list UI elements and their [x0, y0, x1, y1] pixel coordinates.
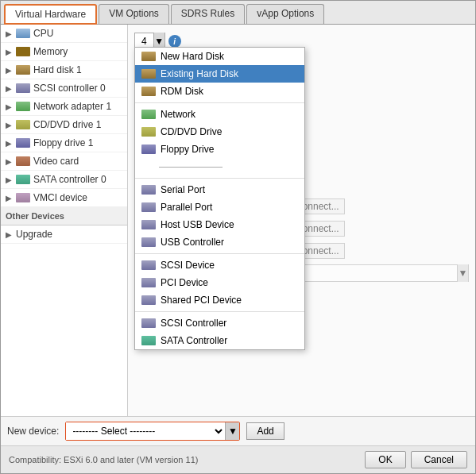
shared-pci-label: Shared PCI Device — [161, 295, 242, 306]
vmci-icon — [16, 193, 30, 202]
rdm-disk-label: RDM Disk — [161, 86, 203, 97]
scsi-controller-label: SCSI Controller — [161, 318, 226, 329]
scsi-ctrl-option[interactable]: SCSI Controller — [135, 314, 304, 332]
sata-controller-label: SATA Controller — [161, 335, 227, 346]
rdm-disk-option[interactable]: RDM Disk — [135, 83, 304, 100]
sata-ctrl-icon — [141, 336, 156, 345]
expand-arrow: ▶ — [6, 139, 14, 147]
sidebar-item-upgrade[interactable]: ▶ Upgrade — [1, 225, 127, 244]
hdd-icon — [16, 65, 30, 75]
expand-arrow: ▶ — [6, 66, 14, 74]
shared-pci-option[interactable]: Shared PCI Device — [135, 291, 304, 309]
new-device-select[interactable]: -------- Select -------- — [66, 422, 225, 440]
divider4 — [135, 311, 304, 312]
sidebar-label-floppy: Floppy drive 1 — [33, 137, 93, 148]
existing-hard-disk-option[interactable]: Existing Hard Disk — [135, 65, 304, 83]
sata-icon — [16, 175, 30, 184]
parallel-port-option[interactable]: Parallel Port — [135, 198, 304, 216]
expand-arrow: ▶ — [6, 29, 14, 37]
usb-controller-option[interactable]: USB Controller — [135, 233, 304, 251]
host-usb-option[interactable]: Host USB Device — [135, 216, 304, 233]
cpu-value: 4 — [135, 36, 153, 47]
ok-button[interactable]: OK — [365, 451, 405, 468]
sidebar-label-video: Video card — [33, 156, 79, 167]
sidebar-item-vmci[interactable]: ▶ VMCI device — [1, 189, 127, 207]
parallel-port-label: Parallel Port — [161, 202, 212, 213]
other-devices-section: Other Devices — [1, 207, 127, 225]
cpu-row: 4 ▼ i New Hard Disk Existing Hard D — [134, 31, 469, 52]
sidebar-label-harddisk: Hard disk 1 — [33, 64, 82, 75]
expand-arrow: ▶ — [6, 102, 14, 110]
sidebar-label-cpu: CPU — [33, 28, 53, 39]
sidebar-item-sata[interactable]: ▶ SATA controller 0 — [1, 171, 127, 189]
floppy-option-label: Floppy Drive — [161, 144, 214, 155]
cancel-button[interactable]: Cancel — [411, 451, 467, 468]
sidebar-label-cddvd: CD/DVD drive 1 — [33, 119, 101, 130]
new-hard-disk-option[interactable]: New Hard Disk — [135, 48, 304, 65]
divider1 — [135, 102, 304, 103]
tab-vm-options[interactable]: VM Options — [99, 4, 169, 24]
sidebar-label-memory: Memory — [33, 46, 68, 57]
new-device-label: New device: — [7, 426, 59, 437]
floppy-icon — [16, 138, 30, 148]
usb-ctrl-icon — [141, 237, 156, 247]
tab-vapp-options[interactable]: vApp Options — [246, 4, 324, 24]
expand-arrow: ▶ — [6, 48, 14, 56]
scsi-dev-icon — [141, 260, 156, 270]
add-device-dropdown[interactable]: New Hard Disk Existing Hard Disk RDM Dis… — [134, 47, 305, 350]
parallel-icon — [141, 202, 156, 212]
scsi-icon — [16, 83, 30, 93]
sidebar-item-cpu[interactable]: ▶ CPU — [1, 25, 127, 43]
cddvd-option[interactable]: CD/DVD Drive — [135, 123, 304, 141]
scsi-device-option[interactable]: SCSI Device — [135, 256, 304, 274]
network-option[interactable]: Network — [135, 106, 304, 123]
sidebar-item-memory[interactable]: ▶ Memory — [1, 43, 127, 61]
compatibility-text: Compatibility: ESXi 6.0 and later (VM ve… — [9, 455, 198, 464]
cpu-info-icon[interactable]: i — [168, 35, 181, 48]
sidebar-item-harddisk[interactable]: ▶ Hard disk 1 — [1, 61, 127, 79]
floppy-option-icon — [141, 145, 156, 154]
network-label: Network — [161, 109, 195, 120]
expand-arrow: ▶ — [6, 194, 14, 202]
upgrade-dropdown-arrow[interactable]: ▼ — [457, 264, 468, 282]
sidebar: ▶ CPU ▶ Memory ▶ Hard disk 1 ▶ SCSI cont… — [1, 25, 128, 416]
main-content: ▶ CPU ▶ Memory ▶ Hard disk 1 ▶ SCSI cont… — [1, 25, 475, 416]
add-button[interactable]: Add — [246, 422, 284, 440]
new-device-select-wrapper: -------- Select -------- ▼ — [65, 422, 240, 441]
scsi-ctrl-icon — [141, 318, 156, 328]
network-option-icon — [141, 110, 156, 119]
expand-arrow: ▶ — [6, 175, 14, 183]
expand-arrow: ▶ — [6, 84, 14, 92]
serial-port-option[interactable]: Serial Port — [135, 181, 304, 198]
sidebar-item-floppy[interactable]: ▶ Floppy drive 1 — [1, 134, 127, 152]
shared-pci-icon — [141, 295, 156, 305]
divider3 — [135, 253, 304, 254]
serial-port-label: Serial Port — [161, 184, 205, 195]
tab-sdrs-rules[interactable]: SDRS Rules — [171, 4, 245, 24]
video-icon — [16, 156, 30, 166]
expand-arrow: ▶ — [6, 121, 14, 129]
new-hard-disk-label: New Hard Disk — [161, 51, 224, 62]
sidebar-item-network[interactable]: ▶ Network adapter 1 — [1, 98, 127, 116]
dialog-buttons: OK Cancel — [365, 451, 467, 468]
hdd-icon — [141, 52, 156, 61]
sidebar-item-scsi[interactable]: ▶ SCSI controller 0 — [1, 79, 127, 98]
rdm-icon — [141, 87, 156, 96]
right-panel: 4 ▼ i New Hard Disk Existing Hard D — [128, 25, 475, 416]
tab-virtual-hardware[interactable]: Virtual Hardware — [4, 4, 97, 25]
divider2 — [135, 178, 304, 179]
vm-settings-dialog: Virtual Hardware VM Options SDRS Rules v… — [0, 0, 476, 474]
network-icon — [16, 102, 30, 111]
new-device-dropdown-arrow[interactable]: ▼ — [225, 422, 239, 440]
floppy-option[interactable]: Floppy Drive — [135, 141, 304, 158]
cpu-icon — [16, 29, 30, 38]
cd-icon — [16, 120, 30, 129]
host-usb-label: Host USB Device — [161, 219, 234, 230]
sidebar-item-cddvd[interactable]: ▶ CD/DVD drive 1 — [1, 116, 127, 134]
scsi-device-label: SCSI Device — [161, 260, 215, 271]
sata-ctrl-option[interactable]: SATA Controller — [135, 332, 304, 349]
sidebar-label-upgrade: Upgrade — [16, 229, 52, 240]
sidebar-item-video[interactable]: ▶ Video card — [1, 152, 127, 171]
expand-arrow: ▶ — [6, 230, 14, 238]
pci-device-option[interactable]: PCI Device — [135, 274, 304, 291]
